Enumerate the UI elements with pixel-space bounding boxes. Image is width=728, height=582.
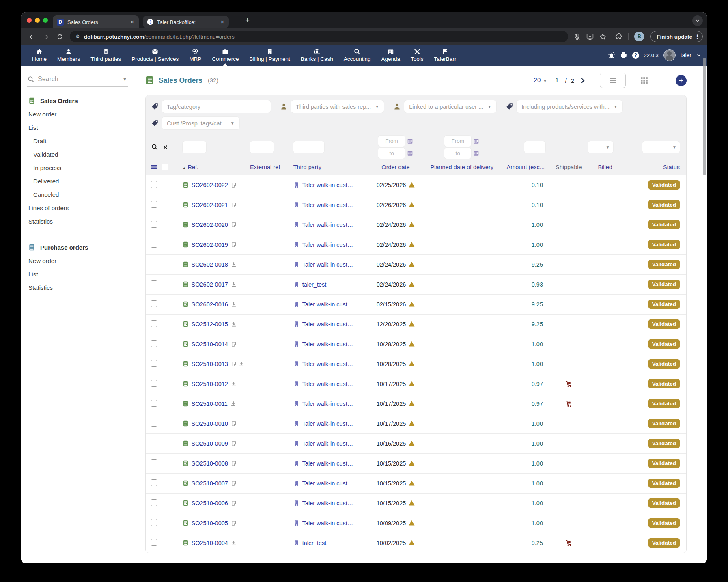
order-ref-link[interactable]: SO2510-0004 xyxy=(192,540,228,546)
print-icon[interactable] xyxy=(620,52,627,59)
third-party-link[interactable]: Taler walk-in cust… xyxy=(302,500,353,507)
tab-search-chevron-icon[interactable] xyxy=(692,15,703,26)
order-ref-link[interactable]: SO2602-0019 xyxy=(192,241,228,248)
help-icon[interactable]: ? xyxy=(632,52,639,59)
amount-link[interactable]: 1.00 xyxy=(501,420,549,427)
amount-link[interactable]: 1.00 xyxy=(501,480,549,487)
sidebar-item-statistics[interactable]: Statistics xyxy=(27,218,128,225)
search-dropdown-chevron-icon[interactable]: ▼ xyxy=(123,77,127,82)
amount-link[interactable]: 0.10 xyxy=(501,202,549,208)
nav-item-billing-payment[interactable]: Billing | Payment xyxy=(244,47,295,64)
tab-sales-orders[interactable]: D Sales Orders × xyxy=(53,15,139,28)
apply-filter-search-icon[interactable] xyxy=(151,144,158,150)
cust-prosp-tags-select[interactable]: Cust./Prosp. tags/cat... ▼ xyxy=(162,117,239,129)
address-bar[interactable]: ⚙ dolibarr.potuzhnyi.com/commande/list.p… xyxy=(70,31,568,42)
row-checkbox[interactable] xyxy=(151,221,157,228)
third-party-link[interactable]: Taler walk-in cust… xyxy=(302,460,353,467)
third-party-link[interactable]: Taler walk-in cust… xyxy=(302,321,353,328)
maximize-window-button[interactable] xyxy=(43,18,48,23)
amount-filter-input[interactable] xyxy=(524,141,545,153)
download-document-icon[interactable] xyxy=(231,381,237,387)
sidebar-section-title[interactable]: Purchase orders xyxy=(27,244,128,251)
microphone-off-icon[interactable] xyxy=(574,33,581,40)
row-checkbox[interactable] xyxy=(151,420,157,427)
nav-item-banks-cash[interactable]: Banks | Cash xyxy=(295,47,338,64)
select-all-checkbox[interactable] xyxy=(162,164,168,170)
download-document-icon[interactable] xyxy=(231,321,237,327)
order-ref-link[interactable]: SO2510-0008 xyxy=(192,460,228,467)
third-party-link[interactable]: Taler walk-in cust… xyxy=(302,381,353,387)
user-menu-chevron-down-icon[interactable] xyxy=(696,53,701,58)
new-order-button[interactable] xyxy=(676,75,687,86)
sidebar-search[interactable]: ▼ xyxy=(27,74,128,87)
order-ref-link[interactable]: SO2510-0006 xyxy=(192,500,228,507)
order-ref-link[interactable]: SO2510-0009 xyxy=(192,440,228,447)
nav-item-members[interactable]: Members xyxy=(52,47,85,64)
third-party-link[interactable]: Taler walk-in cust… xyxy=(302,182,353,188)
download-document-icon[interactable] xyxy=(231,540,237,546)
row-checkbox[interactable] xyxy=(151,519,157,526)
sidebar-item-validated[interactable]: Validated xyxy=(27,151,128,158)
nav-item-agenda[interactable]: Agenda xyxy=(376,47,406,64)
amount-link[interactable]: 0.93 xyxy=(501,281,549,288)
nav-item-tools[interactable]: Tools xyxy=(405,47,429,64)
sidebar-section-title[interactable]: Sales Orders xyxy=(27,97,128,104)
sidebar-item-list[interactable]: List xyxy=(27,124,128,131)
list-view-button[interactable] xyxy=(600,73,626,88)
third-party-link[interactable]: Taler walk-in cust… xyxy=(302,301,353,308)
row-checkbox[interactable] xyxy=(151,300,157,307)
note-icon[interactable] xyxy=(231,222,237,228)
row-checkbox[interactable] xyxy=(151,539,157,546)
order-ref-link[interactable]: SO2512-0015 xyxy=(192,321,228,328)
third-party-link[interactable]: Taler walk-in cust… xyxy=(302,480,353,487)
third-party-link[interactable]: taler_test xyxy=(302,540,327,546)
third-party-link[interactable]: Taler walk-in cust… xyxy=(302,520,353,526)
amount-link[interactable]: 1.00 xyxy=(501,341,549,347)
note-icon[interactable] xyxy=(231,461,237,466)
note-icon[interactable] xyxy=(231,520,237,526)
tab-close-icon[interactable]: × xyxy=(130,19,135,25)
order-ref-link[interactable]: SO2602-0021 xyxy=(192,202,228,208)
note-icon[interactable] xyxy=(231,341,237,347)
row-checkbox[interactable] xyxy=(151,440,157,446)
extensions-puzzle-icon[interactable] xyxy=(615,33,622,40)
col-status[interactable]: Status xyxy=(624,160,686,175)
note-icon[interactable] xyxy=(231,481,237,486)
note-icon[interactable] xyxy=(231,421,237,427)
site-settings-icon[interactable]: ⚙ xyxy=(75,34,80,39)
nav-item-commerce[interactable]: Commerce xyxy=(207,47,244,64)
col-ref[interactable]: ▲Ref. xyxy=(181,160,249,175)
calendar-icon[interactable] xyxy=(407,138,413,144)
row-checkbox[interactable] xyxy=(151,400,157,407)
calendar-icon[interactable] xyxy=(473,138,479,144)
third-party-link[interactable]: Taler walk-in cust… xyxy=(302,241,353,248)
order-ref-link[interactable]: SO2510-0013 xyxy=(192,361,228,367)
row-checkbox[interactable] xyxy=(151,459,157,466)
grid-view-button[interactable] xyxy=(640,76,648,84)
order-ref-link[interactable]: SO2602-0018 xyxy=(192,261,228,268)
third-party-link[interactable]: Taler walk-in cust… xyxy=(302,202,353,208)
next-page-button[interactable] xyxy=(579,77,586,84)
download-document-icon[interactable] xyxy=(231,262,237,267)
order-ref-link[interactable]: SO2510-0007 xyxy=(192,480,228,487)
third-party-link[interactable]: Taler walk-in cust… xyxy=(302,341,353,347)
sidebar-item-lines-of-orders[interactable]: Lines of orders xyxy=(27,205,128,211)
status-filter-select[interactable]: ▼ xyxy=(642,141,680,153)
row-checkbox[interactable] xyxy=(151,280,157,287)
third-party-filter-input[interactable] xyxy=(293,141,324,153)
install-app-icon[interactable] xyxy=(586,33,594,40)
order-ref-link[interactable]: SO2510-0010 xyxy=(192,420,228,427)
amount-link[interactable]: 1.00 xyxy=(501,361,549,367)
row-checkbox[interactable] xyxy=(151,241,157,248)
amount-link[interactable]: 9.25 xyxy=(501,540,549,546)
order-date-from-input[interactable]: From xyxy=(378,136,405,147)
page-scrollbar[interactable] xyxy=(703,58,706,175)
third-party-link[interactable]: Taler walk-in cust… xyxy=(302,361,353,367)
col-amount[interactable]: Amount (exc... xyxy=(500,160,551,175)
new-tab-button[interactable]: + xyxy=(245,17,250,24)
third-party-link[interactable]: Taler walk-in cust… xyxy=(302,420,353,427)
note-icon[interactable] xyxy=(231,202,237,208)
order-ref-link[interactable]: SO2510-0014 xyxy=(192,341,228,347)
amount-link[interactable]: 0.10 xyxy=(501,182,549,188)
bookmark-star-icon[interactable] xyxy=(599,33,606,40)
